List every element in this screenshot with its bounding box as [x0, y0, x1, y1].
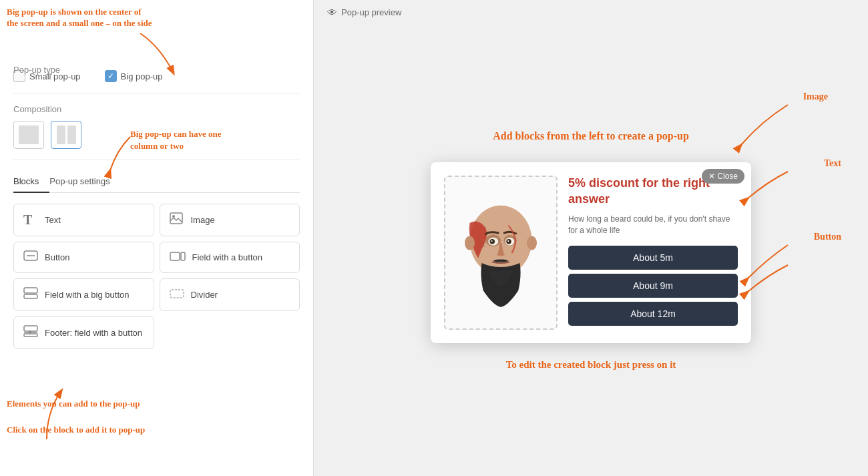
annotation-text: Text — [824, 158, 841, 169]
block-text[interactable]: T Text — [13, 204, 154, 236]
field-button-icon — [170, 250, 186, 264]
svg-point-21 — [507, 240, 509, 241]
preview-label: Pop-up preview — [341, 7, 401, 17]
popup-body: 5% discount for the right answer How lon… — [431, 162, 751, 342]
block-field-button-label: Field with a button — [192, 252, 263, 262]
popup-type-label: Pop-up type — [13, 65, 60, 75]
block-field-big-button[interactable]: Field with a big button — [13, 278, 154, 311]
double-column-icon — [57, 126, 76, 144]
tab-blocks[interactable]: Blocks — [13, 171, 49, 193]
block-divider[interactable]: Divider — [160, 278, 300, 311]
answer-btn-1[interactable]: About 5m — [568, 246, 738, 270]
svg-point-20 — [491, 240, 492, 241]
single-column-icon — [19, 126, 39, 144]
svg-rect-0 — [170, 213, 182, 224]
button-icon — [23, 250, 38, 264]
blocks-grid: T Text Image — [13, 204, 300, 311]
preview-header: 👁 Pop-up preview — [314, 0, 868, 25]
block-field-button[interactable]: Field with a button — [160, 242, 300, 273]
composition-section: Composition — [13, 104, 300, 149]
eye-icon: 👁 — [327, 7, 337, 18]
popup-type-section: Pop-up type Small pop-up ✓ Big pop-up — [13, 70, 300, 82]
svg-rect-5 — [181, 252, 185, 260]
block-image-label: Image — [191, 215, 215, 225]
right-panel: 👁 Pop-up preview Add blocks from the lef… — [314, 0, 868, 476]
svg-rect-4 — [170, 252, 180, 260]
svg-point-23 — [527, 236, 537, 250]
answer-btn-2[interactable]: About 9m — [568, 274, 738, 298]
svg-point-22 — [465, 236, 475, 250]
tabs-row: Blocks Pop-up settings — [13, 171, 300, 193]
block-field-big-button-label: Field with a big button — [45, 290, 129, 300]
annotation-elements: Elements you can add to the pop-up — [7, 397, 145, 411]
annotation-top: Big pop-up is shown on the center of the… — [7, 7, 154, 29]
block-button-label: Button — [45, 252, 70, 262]
block-footer-label: Footer: field with a button — [45, 328, 142, 338]
popup-content-col: 5% discount for the right answer How lon… — [568, 176, 738, 329]
kratos-image — [451, 193, 551, 313]
composition-label: Composition — [13, 104, 300, 114]
popup-subtitle: How long a beard could be, if you don't … — [568, 214, 738, 236]
left-panel: Big pop-up is shown on the center of the… — [0, 0, 314, 476]
block-image[interactable]: Image — [160, 204, 300, 236]
block-button[interactable]: Button — [13, 242, 154, 273]
big-popup-checkbox[interactable]: ✓ — [105, 70, 117, 82]
close-button[interactable]: ✕ Close — [702, 169, 744, 184]
preview-bottom-text: To edit the created block just press on … — [506, 359, 676, 371]
field-big-button-icon — [23, 287, 38, 302]
annotation-click: Click on the block to add it to pop-up — [7, 423, 145, 437]
answer-btn-3[interactable]: About 12m — [568, 302, 738, 326]
divider-icon — [170, 288, 184, 302]
tab-popup-settings[interactable]: Pop-up settings — [49, 171, 120, 193]
text-icon: T — [23, 212, 38, 228]
block-footer-field[interactable]: Footer: field with a button — [13, 316, 154, 349]
svg-rect-8 — [170, 290, 184, 298]
svg-rect-9 — [24, 326, 37, 331]
popup-modal: ✕ Close — [431, 162, 751, 342]
svg-rect-11 — [24, 334, 37, 336]
image-icon — [170, 212, 184, 228]
block-divider-label: Divider — [191, 290, 218, 300]
annotation-image: Image — [803, 91, 828, 102]
footer-icon — [23, 325, 38, 340]
double-column-option[interactable] — [51, 121, 81, 149]
preview-area: Add blocks from the left to create a pop… — [314, 25, 868, 476]
block-text-label: Text — [45, 215, 61, 225]
add-blocks-text: Add blocks from the left to create a pop… — [493, 130, 689, 142]
svg-rect-7 — [24, 294, 37, 298]
annotation-button: Button — [814, 232, 841, 242]
svg-rect-6 — [24, 288, 37, 293]
composition-options — [13, 121, 300, 149]
big-popup-label: Big pop-up — [121, 71, 163, 81]
single-column-option[interactable] — [13, 121, 44, 149]
popup-image-col — [444, 176, 558, 329]
annotation-bottom: Elements you can add to the pop-up Click… — [7, 397, 145, 437]
big-popup-option[interactable]: ✓ Big pop-up — [105, 70, 163, 82]
